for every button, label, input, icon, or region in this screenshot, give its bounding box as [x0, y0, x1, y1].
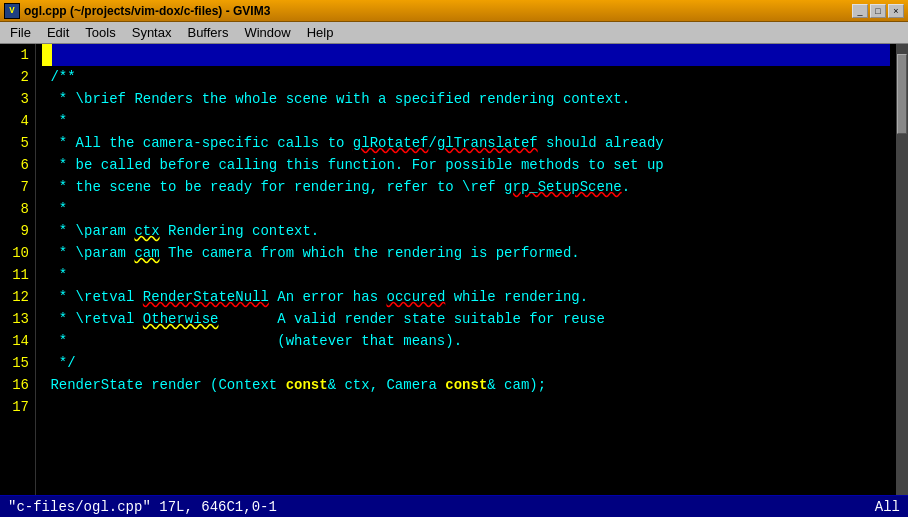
line-num-8: 8 [6, 198, 29, 220]
line-num-5: 5 [6, 132, 29, 154]
menu-syntax[interactable]: Syntax [124, 23, 180, 42]
line-num-16: 16 [6, 374, 29, 396]
code-line-10: * \param cam The camera from which the r… [42, 242, 890, 264]
code-area[interactable]: /** * \brief Renders the whole scene wit… [36, 44, 896, 495]
editor: 1 2 3 4 5 6 7 8 9 10 11 12 13 14 15 16 1… [0, 44, 908, 495]
line-num-14: 14 [6, 330, 29, 352]
code-line-13: * \retval Otherwise A valid render state… [42, 308, 890, 330]
line-num-13: 13 [6, 308, 29, 330]
menu-buffers[interactable]: Buffers [179, 23, 236, 42]
line-num-2: 2 [6, 66, 29, 88]
code-line-4: * [42, 110, 890, 132]
line-num-9: 9 [6, 220, 29, 242]
code-line-5: * All the camera-specific calls to glRot… [42, 132, 890, 154]
status-position: 1,0-1 [235, 499, 277, 515]
status-file-info: "c-files/ogl.cpp" 17L, 646C [8, 499, 235, 515]
code-line-15: */ [42, 352, 890, 374]
line-num-7: 7 [6, 176, 29, 198]
line-num-4: 4 [6, 110, 29, 132]
scrollbar-thumb[interactable] [897, 54, 907, 134]
line-num-12: 12 [6, 286, 29, 308]
code-line-9: * \param ctx Rendering context. [42, 220, 890, 242]
close-button[interactable]: × [888, 4, 904, 18]
line-num-1: 1 [6, 44, 29, 66]
menu-bar: File Edit Tools Syntax Buffers Window He… [0, 22, 908, 44]
menu-window[interactable]: Window [236, 23, 298, 42]
app-icon: V [4, 3, 20, 19]
maximize-button[interactable]: □ [870, 4, 886, 18]
line-num-3: 3 [6, 88, 29, 110]
title-bar-left: V ogl.cpp (~/projects/vim-dox/c-files) -… [4, 3, 270, 19]
status-bar: "c-files/ogl.cpp" 17L, 646C 1,0-1 All [0, 495, 908, 517]
line-num-15: 15 [6, 352, 29, 374]
code-line-17 [42, 396, 890, 418]
code-line-11: * [42, 264, 890, 286]
code-line-3: * \brief Renders the whole scene with a … [42, 88, 890, 110]
line-num-11: 11 [6, 264, 29, 286]
cursor [42, 44, 52, 66]
code-line-6: * be called before calling this function… [42, 154, 890, 176]
menu-file[interactable]: File [2, 23, 39, 42]
code-line-14: * (whatever that means). [42, 330, 890, 352]
editor-content[interactable]: 1 2 3 4 5 6 7 8 9 10 11 12 13 14 15 16 1… [0, 44, 908, 495]
scrollbar[interactable] [896, 44, 908, 495]
menu-tools[interactable]: Tools [77, 23, 123, 42]
minimize-button[interactable]: _ [852, 4, 868, 18]
menu-edit[interactable]: Edit [39, 23, 77, 42]
code-line-16: RenderState render (Context const& ctx, … [42, 374, 890, 396]
code-line-7: * the scene to be ready for rendering, r… [42, 176, 890, 198]
line-numbers: 1 2 3 4 5 6 7 8 9 10 11 12 13 14 15 16 1… [0, 44, 36, 495]
title-bar: V ogl.cpp (~/projects/vim-dox/c-files) -… [0, 0, 908, 22]
window-controls: _ □ × [852, 4, 904, 18]
menu-help[interactable]: Help [299, 23, 342, 42]
code-line-12: * \retval RenderStateNull An error has o… [42, 286, 890, 308]
line-num-6: 6 [6, 154, 29, 176]
line-num-10: 10 [6, 242, 29, 264]
code-line-8: * [42, 198, 890, 220]
code-line-1 [42, 44, 890, 66]
status-view: All [875, 499, 900, 515]
code-line-2: /** [42, 66, 890, 88]
line-num-17: 17 [6, 396, 29, 418]
window-title: ogl.cpp (~/projects/vim-dox/c-files) - G… [24, 4, 270, 18]
